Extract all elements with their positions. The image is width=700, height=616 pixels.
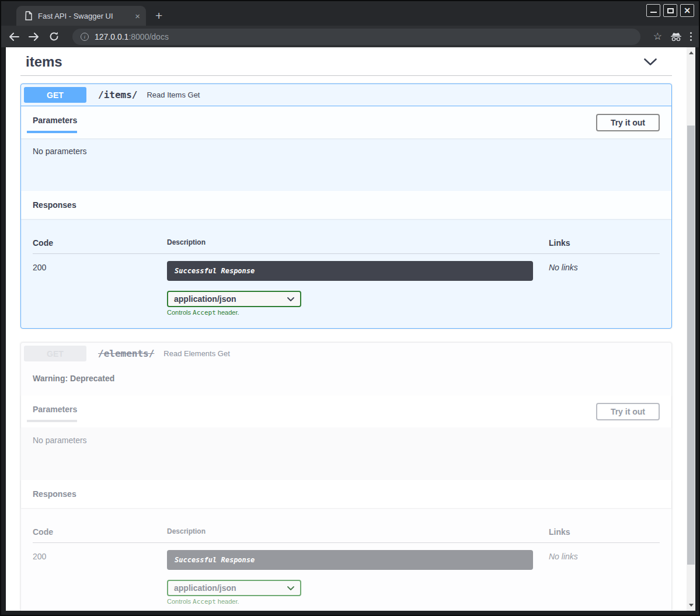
column-header-code: Code bbox=[33, 231, 167, 254]
accept-header-note: Controls Accept header. bbox=[167, 309, 533, 316]
column-header-links: Links bbox=[549, 520, 660, 543]
reload-button[interactable] bbox=[48, 31, 60, 43]
no-parameters-text: No parameters bbox=[33, 436, 87, 445]
bookmark-star-icon[interactable]: ☆ bbox=[653, 30, 662, 43]
media-type-select[interactable]: application/json bbox=[167, 291, 301, 307]
column-header-code: Code bbox=[33, 520, 167, 543]
try-it-out-button[interactable]: Try it out bbox=[596, 114, 660, 131]
operation-summary: Read Elements Get bbox=[163, 349, 229, 358]
no-parameters-text: No parameters bbox=[33, 147, 87, 156]
browser-toolbar: i 127.0.0.1:8000/docs ☆ bbox=[1, 26, 699, 47]
minimize-icon bbox=[650, 12, 657, 13]
opblock-get-items: GET /items/ Read Items Get Parameters Tr… bbox=[20, 83, 672, 329]
window-controls: ✕ bbox=[646, 4, 694, 17]
collapse-chevron-icon[interactable] bbox=[644, 58, 657, 65]
url-path: :8000/docs bbox=[128, 32, 169, 41]
url-text: 127.0.0.1:8000/docs bbox=[95, 32, 169, 42]
response-row: 200 Successful Response application/json… bbox=[33, 543, 660, 606]
minimize-button[interactable] bbox=[646, 4, 660, 17]
opblock-summary[interactable]: GET /items/ Read Items Get bbox=[21, 84, 671, 106]
method-badge: GET bbox=[24, 346, 86, 361]
new-tab-button[interactable]: + bbox=[155, 9, 162, 23]
scroll-up-icon[interactable] bbox=[687, 48, 695, 57]
page-scrollbar[interactable] bbox=[687, 47, 695, 611]
method-badge: GET bbox=[24, 87, 86, 103]
tab-strip: Fast API - Swagger UI × + ✕ bbox=[1, 1, 699, 26]
media-type-value: application/json bbox=[174, 294, 236, 304]
deprecated-warning: Warning: Deprecated bbox=[21, 364, 671, 395]
parameters-body: No parameters bbox=[21, 138, 671, 191]
tag-section-header[interactable]: items bbox=[20, 54, 672, 76]
responses-body: Code Description Links 200 Successful Re… bbox=[21, 508, 671, 611]
opblock-get-elements-deprecated: GET /elements/ Read Elements Get Warning… bbox=[20, 342, 672, 611]
scrollbar-thumb[interactable] bbox=[687, 126, 695, 565]
responses-body: Code Description Links 200 Successful Re… bbox=[21, 219, 671, 328]
parameters-header: Parameters Try it out bbox=[21, 106, 671, 138]
url-host: 127.0.0.1 bbox=[95, 32, 128, 41]
page-info-icon[interactable]: i bbox=[81, 33, 89, 41]
section-title: items bbox=[26, 54, 62, 70]
media-type-value: application/json bbox=[174, 583, 236, 593]
close-button[interactable]: ✕ bbox=[680, 4, 694, 17]
browser-window: Fast API - Swagger UI × + ✕ i 127.0.0.1:… bbox=[0, 0, 700, 616]
close-icon: ✕ bbox=[684, 6, 691, 15]
maximize-icon bbox=[667, 8, 674, 13]
parameters-body: No parameters bbox=[21, 427, 671, 480]
tab-parameters[interactable]: Parameters bbox=[27, 401, 77, 422]
incognito-icon bbox=[670, 31, 682, 43]
page-content: items GET /items/ Read Items Get Paramet… bbox=[6, 47, 687, 611]
forward-button[interactable] bbox=[28, 31, 40, 43]
url-bar[interactable]: i 127.0.0.1:8000/docs bbox=[72, 29, 640, 45]
response-row: 200 Successful Response application/json… bbox=[33, 254, 660, 317]
column-header-description: Description bbox=[167, 231, 549, 254]
parameters-header: Parameters Try it out bbox=[21, 395, 671, 427]
maximize-button[interactable] bbox=[663, 4, 677, 17]
tab-parameters[interactable]: Parameters bbox=[27, 112, 77, 133]
responses-header: Responses bbox=[21, 480, 671, 508]
responses-title: Responses bbox=[33, 489, 76, 499]
response-code: 200 bbox=[33, 543, 167, 606]
responses-title: Responses bbox=[33, 200, 76, 210]
column-header-links: Links bbox=[549, 231, 660, 254]
chevron-down-icon bbox=[287, 297, 294, 301]
responses-header: Responses bbox=[21, 191, 671, 219]
back-button[interactable] bbox=[8, 31, 20, 43]
scroll-down-icon[interactable] bbox=[687, 601, 695, 610]
response-description-block: Successful Response bbox=[167, 550, 533, 570]
browser-menu-icon[interactable] bbox=[690, 32, 692, 41]
media-type-select[interactable]: application/json bbox=[167, 580, 301, 596]
browser-tab[interactable]: Fast API - Swagger UI × bbox=[16, 6, 146, 26]
opblock-summary[interactable]: GET /elements/ Read Elements Get bbox=[21, 343, 671, 364]
browser-body: items GET /items/ Read Items Get Paramet… bbox=[1, 47, 699, 615]
tab-close-icon[interactable]: × bbox=[135, 12, 140, 20]
column-header-description: Description bbox=[167, 520, 549, 543]
chevron-down-icon bbox=[287, 586, 294, 590]
operation-path: /items/ bbox=[98, 89, 137, 100]
operation-summary: Read Items Get bbox=[147, 91, 200, 99]
response-links: No links bbox=[549, 543, 660, 606]
accept-header-note: Controls Accept header. bbox=[167, 598, 533, 605]
response-description-block: Successful Response bbox=[167, 261, 533, 281]
tab-title: Fast API - Swagger UI bbox=[38, 12, 130, 20]
try-it-out-button[interactable]: Try it out bbox=[596, 403, 660, 420]
operation-path: /elements/ bbox=[98, 348, 154, 359]
response-code: 200 bbox=[33, 254, 167, 317]
favicon-document-icon bbox=[25, 11, 33, 20]
response-links: No links bbox=[549, 254, 660, 317]
